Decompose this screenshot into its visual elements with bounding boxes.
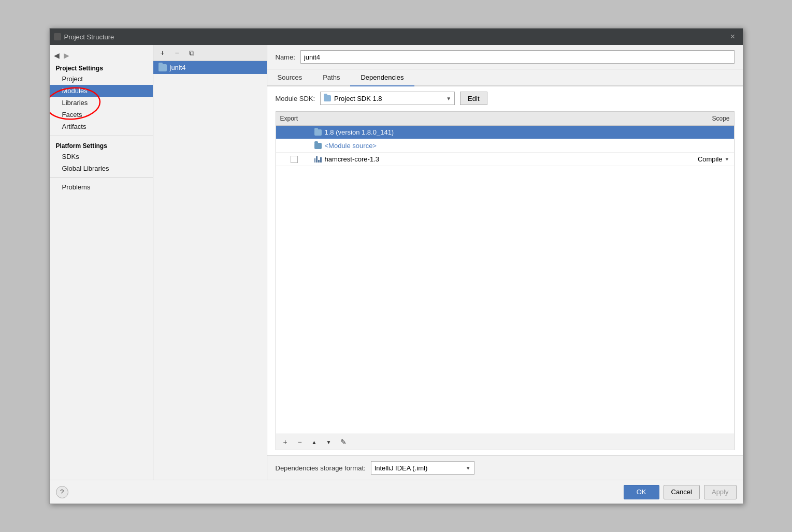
storage-format-arrow: ▼ [466,465,471,471]
storage-format-label: Dependencies storage format: [276,464,366,472]
dep-name-col-jdk: 1.8 (version 1.8.0_141) [312,128,672,136]
tab-paths[interactable]: Paths [312,69,350,86]
module-folder-icon [159,64,167,71]
project-settings-label: Project Settings [50,62,153,73]
module-list: junit4 [153,61,267,480]
module-list-toolbar: + − ⧉ [153,45,267,61]
sidebar-divider-1 [50,136,153,136]
apply-button[interactable]: Apply [704,485,737,499]
dep-checkbox-hamcrest[interactable] [291,156,298,163]
storage-format-dropdown[interactable]: IntelliJ IDEA (.iml) ▼ [371,461,474,475]
title-bar: Project Structure × [50,28,743,45]
dep-table-header: Export Scope [276,112,734,126]
sidebar-item-problems[interactable]: Problems [50,181,153,193]
sdk-row: Module SDK: Project SDK 1.8 ▼ Edit [276,92,735,105]
sdk-value: Project SDK 1.8 [334,95,382,102]
sidebar-item-artifacts[interactable]: Artifacts [50,121,153,132]
dep-name-col-modsrc: <Module source> [312,142,672,150]
dep-label-modsrc: <Module source> [325,142,377,150]
dependencies-table: Export Scope 1.8 (version 1.8.0_141) [276,111,735,450]
sdk-folder-icon [324,95,331,101]
col-name-header [312,114,672,123]
sdk-dropdown-arrow: ▼ [446,96,451,101]
copy-module-button[interactable]: ⧉ [185,47,198,58]
dep-add-button[interactable]: + [279,436,292,448]
tab-dependencies[interactable]: Dependencies [350,69,414,86]
main-content: ◀ ▶ Project Settings Project Modules Lib… [50,45,743,480]
storage-format-value: IntelliJ IDEA (.iml) [375,464,428,472]
sdk-dropdown[interactable]: Project SDK 1.8 ▼ [320,92,455,105]
sidebar-item-modules[interactable]: Modules [50,85,153,97]
dep-remove-button[interactable]: − [294,436,306,448]
storage-format-row: Dependencies storage format: IntelliJ ID… [267,455,743,480]
title-bar-left: Project Structure [54,33,114,41]
module-list-item[interactable]: junit4 [153,61,267,74]
dep-checkbox-col-hamcrest[interactable] [276,156,312,163]
name-label: Name: [276,53,295,61]
dep-name-col-hamcrest: hamcrest-core-1.3 [312,155,672,163]
module-list-panel: + − ⧉ junit4 [153,45,267,480]
dep-scope-arrow-hamcrest: ▼ [725,156,730,162]
right-panel: Name: Sources Paths Dependencies Modu [267,45,743,480]
bottom-right-buttons: OK Cancel Apply [624,485,737,499]
dep-label-hamcrest: hamcrest-core-1.3 [325,155,379,163]
dep-label-jdk: 1.8 (version 1.8.0_141) [325,128,394,136]
help-button[interactable]: ? [56,486,68,498]
dep-up-button[interactable]: ▲ [308,436,321,448]
dep-edit-button[interactable]: ✎ [337,436,350,448]
close-button[interactable]: × [727,31,739,42]
dep-folder-icon-jdk [314,129,322,136]
tabs-row: Sources Paths Dependencies [267,69,743,86]
col-export-header: Export [276,114,312,123]
name-input[interactable] [300,50,735,64]
platform-settings-label: Platform Settings [50,139,153,151]
dialog-title: Project Structure [64,33,114,41]
cancel-button[interactable]: Cancel [664,485,700,499]
dep-down-button[interactable]: ▼ [323,436,335,448]
dep-scope-col-hamcrest[interactable]: Compile ▼ [672,155,734,163]
sidebar-item-global-libraries[interactable]: Global Libraries [50,162,153,174]
module-list-item-label: junit4 [170,64,186,71]
add-module-button[interactable]: + [156,47,169,58]
col-scope-header: Scope [672,114,734,123]
sidebar-item-sdks[interactable]: SDKs [50,151,153,162]
dependencies-content: Module SDK: Project SDK 1.8 ▼ Edit Expor… [267,86,743,455]
dep-scope-hamcrest: Compile [698,155,723,163]
dep-row-jdk[interactable]: 1.8 (version 1.8.0_141) [276,126,734,139]
remove-module-button[interactable]: − [171,47,183,58]
forward-button[interactable]: ▶ [63,51,70,60]
name-row: Name: [267,45,743,69]
dep-bottom-toolbar: + − ▲ ▼ ✎ [276,434,734,450]
sidebar-item-libraries[interactable]: Libraries [50,97,153,109]
sidebar-item-facets[interactable]: Facets [50,109,153,121]
app-icon [54,33,61,40]
lib-bars-icon-hamcrest [314,156,322,162]
bottom-bar: ? OK Cancel Apply [50,480,743,504]
sidebar: ◀ ▶ Project Settings Project Modules Lib… [50,45,153,480]
project-structure-dialog: Project Structure × ◀ ▶ Project Settings… [49,28,743,504]
sidebar-divider-2 [50,178,153,178]
dep-table-body: 1.8 (version 1.8.0_141) <Module source> [276,126,734,434]
dep-folder-icon-modsrc [314,143,322,149]
dep-row-module-source[interactable]: <Module source> [276,139,734,153]
edit-sdk-button[interactable]: Edit [460,92,487,105]
nav-arrows: ◀ ▶ [50,49,153,62]
sidebar-item-project[interactable]: Project [50,73,153,85]
tab-sources[interactable]: Sources [267,69,313,86]
sdk-label: Module SDK: [276,95,315,102]
back-button[interactable]: ◀ [53,51,61,60]
ok-button[interactable]: OK [624,485,659,499]
dep-row-hamcrest[interactable]: hamcrest-core-1.3 Compile ▼ [276,153,734,166]
